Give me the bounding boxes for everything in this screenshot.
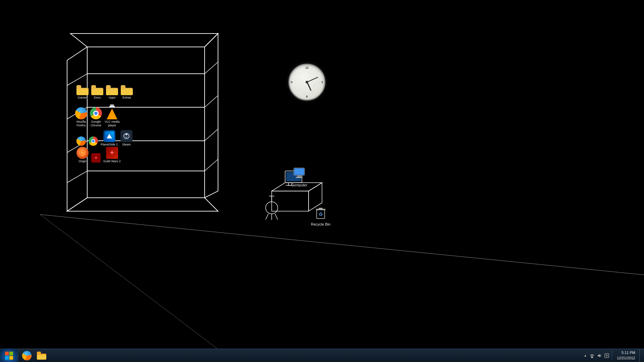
action-center-icon[interactable] xyxy=(604,353,610,359)
games-folder-icon[interactable]: Games xyxy=(76,85,89,100)
recycle-bin-icon[interactable]: ♻ Recycle Bin xyxy=(307,204,334,227)
shelf-3-icons: PlanetSide 2 Steam xyxy=(76,130,132,146)
svg-rect-41 xyxy=(319,208,323,209)
svg-line-32 xyxy=(266,214,268,220)
vlc-shelf-icon[interactable]: VLC mediaplayer xyxy=(105,107,120,127)
clock-center xyxy=(306,81,308,83)
svg-line-15 xyxy=(205,129,218,141)
svg-line-12 xyxy=(205,96,218,107)
svg-line-0 xyxy=(40,215,644,275)
computer-icon-img xyxy=(291,165,307,181)
svg-rect-36 xyxy=(294,169,304,175)
svg-line-1 xyxy=(40,215,235,362)
svg-rect-47 xyxy=(591,356,593,358)
taskbar-explorer-button[interactable] xyxy=(34,349,49,362)
tray-expand-button[interactable]: ▲ xyxy=(583,354,588,357)
start-button[interactable] xyxy=(0,349,18,362)
svg-point-21 xyxy=(125,133,127,135)
svg-line-18 xyxy=(205,159,218,171)
taskbar-clock[interactable]: 5:11 PM 12/21/2012 xyxy=(614,349,638,362)
svg-rect-38 xyxy=(296,177,303,178)
shelf-1-icons: Games Docs Apps Extras xyxy=(76,85,133,100)
svg-marker-6 xyxy=(205,34,218,198)
apps-folder-icon[interactable]: Apps xyxy=(106,85,118,100)
svg-text:♻: ♻ xyxy=(319,212,323,217)
minute-hand xyxy=(307,77,318,82)
taskbar-pinned xyxy=(18,349,50,362)
computer-icon[interactable]: Computer xyxy=(286,165,313,187)
planetside2-icon[interactable]: PlanetSide 2 xyxy=(101,130,118,146)
steam-icon[interactable]: Steam xyxy=(120,130,132,146)
shelf-4-icons: Origin ✦ ✦ Guild Wars 2 xyxy=(76,147,121,163)
show-desktop-button[interactable] xyxy=(639,349,642,362)
clock-widget: 12 3 6 9 xyxy=(288,64,325,101)
svg-marker-4 xyxy=(67,198,218,211)
svg-line-8 xyxy=(67,74,87,85)
svg-marker-48 xyxy=(598,354,600,357)
recycle-bin-icon-img: ♻ xyxy=(313,204,329,221)
extras-folder-icon[interactable]: Extras xyxy=(121,85,133,100)
svg-marker-3 xyxy=(67,47,87,211)
svg-rect-44 xyxy=(9,352,13,355)
svg-marker-5 xyxy=(70,34,218,47)
tray-divider xyxy=(612,351,612,360)
firefox-small-icon[interactable] xyxy=(76,136,86,146)
network-tray-icon[interactable] xyxy=(589,353,595,359)
svg-line-17 xyxy=(67,171,87,183)
svg-line-9 xyxy=(205,62,218,74)
chrome-shelf-icon[interactable]: GoogleChrome xyxy=(90,107,102,127)
svg-rect-37 xyxy=(297,175,301,177)
chrome-small-icon[interactable] xyxy=(89,136,98,146)
firefox-shelf-icon[interactable]: MozillaFirefox xyxy=(75,107,87,127)
volume-tray-icon[interactable] xyxy=(596,353,602,359)
taskbar-firefox-button[interactable] xyxy=(19,349,34,362)
svg-line-33 xyxy=(275,214,278,220)
svg-marker-23 xyxy=(272,191,309,211)
svg-rect-45 xyxy=(5,356,9,360)
docs-folder-icon[interactable]: Docs xyxy=(91,85,103,100)
gw2-small-icon[interactable]: ✦ xyxy=(91,153,101,163)
guildwars2-icon[interactable]: ✦ Guild Wars 2 xyxy=(103,147,121,163)
svg-rect-43 xyxy=(5,352,9,355)
system-tray: ▲ 5:11 PM xyxy=(581,349,644,362)
taskbar: ▲ 5:11 PM xyxy=(0,349,644,362)
origin-icon[interactable]: Origin xyxy=(76,147,89,163)
shelf-2-icons: MozillaFirefox GoogleChrome VLC mediapla… xyxy=(75,107,120,127)
svg-rect-46 xyxy=(9,356,13,360)
clock-face: 12 3 6 9 xyxy=(288,64,325,101)
